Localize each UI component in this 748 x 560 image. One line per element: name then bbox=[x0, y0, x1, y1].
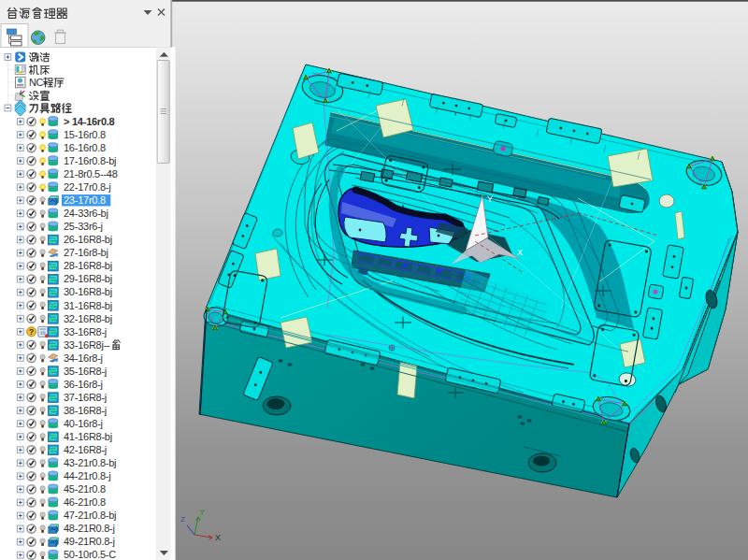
svg-text:Z: Z bbox=[180, 515, 185, 524]
svg-text:46-21r0.8: 46-21r0.8 bbox=[64, 496, 106, 508]
svg-text:26-16R8-bj: 26-16R8-bj bbox=[64, 234, 112, 245]
svg-text:45-21r0.8: 45-21r0.8 bbox=[64, 483, 106, 495]
svg-text:31-16R8-bj: 31-16R8-bj bbox=[64, 300, 112, 311]
svg-text:41-16R8-bj: 41-16R8-bj bbox=[64, 431, 112, 442]
svg-text:43-21r0.8-bj: 43-21r0.8-bj bbox=[64, 457, 116, 468]
svg-text:Y: Y bbox=[199, 508, 205, 517]
svg-text:> 14-16r0.8: > 14-16r0.8 bbox=[64, 116, 115, 127]
svg-text:35-16R8-j: 35-16R8-j bbox=[64, 366, 107, 377]
svg-text:X: X bbox=[517, 248, 523, 257]
svg-text:36-16r8-j: 36-16r8-j bbox=[64, 379, 103, 390]
svg-text:40-16r8-j: 40-16r8-j bbox=[64, 418, 103, 429]
svg-text:50-10r0.5-C: 50-10r0.5-C bbox=[64, 549, 116, 560]
svg-text:22-17r0.8-j: 22-17r0.8-j bbox=[64, 181, 110, 193]
svg-text:33-16R8-j: 33-16R8-j bbox=[64, 326, 107, 337]
svg-text:44-21r0.8-j: 44-21r0.8-j bbox=[64, 470, 110, 481]
svg-text:25-33r6-j: 25-33r6-j bbox=[64, 221, 103, 232]
svg-text:47-21r0.8-bj: 47-21r0.8-bj bbox=[64, 510, 116, 521]
svg-text:X: X bbox=[215, 533, 221, 542]
svg-text:24-33r6-bj: 24-33r6-bj bbox=[64, 208, 108, 219]
svg-text:27-16r8-bj: 27-16r8-bj bbox=[64, 247, 108, 258]
svg-text:34-16r8-j: 34-16r8-j bbox=[64, 352, 103, 364]
svg-text:42-16R8-j: 42-16R8-j bbox=[64, 444, 107, 455]
svg-text:C: C bbox=[36, 77, 44, 88]
svg-text:29-16R8-bj: 29-16R8-bj bbox=[64, 273, 112, 284]
svg-text:48-21R0.8-j: 48-21R0.8-j bbox=[64, 523, 115, 534]
svg-text:33-16R8j--: 33-16R8j-- bbox=[64, 339, 110, 351]
svg-text:17-16r0.8-bj: 17-16r0.8-bj bbox=[64, 155, 116, 166]
svg-text:16-16r0.8: 16-16r0.8 bbox=[64, 142, 106, 153]
svg-text:21-8r0.5--48: 21-8r0.5--48 bbox=[64, 168, 118, 179]
svg-text:30-16R8-bj: 30-16R8-bj bbox=[64, 286, 112, 297]
svg-text:15-16r0.8: 15-16r0.8 bbox=[64, 129, 106, 140]
svg-text:38-16R8-j: 38-16R8-j bbox=[64, 405, 107, 416]
svg-text:37-16R8-j: 37-16R8-j bbox=[64, 392, 107, 403]
svg-text:23-17r0.8: 23-17r0.8 bbox=[64, 194, 106, 206]
svg-text:32-16R8-bj: 32-16R8-bj bbox=[64, 313, 112, 324]
svg-text:49-21R0.8-j: 49-21R0.8-j bbox=[64, 536, 115, 547]
svg-text:28-16R8-bj: 28-16R8-bj bbox=[64, 260, 112, 271]
svg-text:Y: Y bbox=[487, 194, 493, 204]
